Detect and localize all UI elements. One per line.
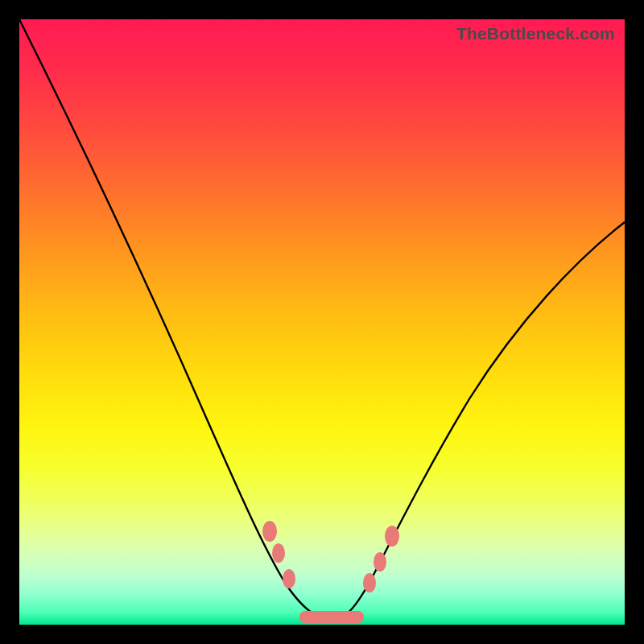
chart-svg — [19, 19, 625, 625]
marker-left-lower-dot — [283, 569, 295, 588]
plot-area: TheBottleneck.com — [19, 19, 625, 625]
marker-left-upper-dot — [262, 521, 277, 542]
marker-right-lower-dot — [363, 573, 376, 592]
marker-right-mid-dot — [374, 552, 386, 572]
marker-left-mid-dot — [272, 543, 285, 563]
marker-bottom-flat-bar — [299, 611, 364, 623]
marker-right-upper-dot — [385, 526, 399, 547]
bottleneck-curve — [19, 19, 625, 620]
chart-frame: TheBottleneck.com — [0, 0, 644, 644]
